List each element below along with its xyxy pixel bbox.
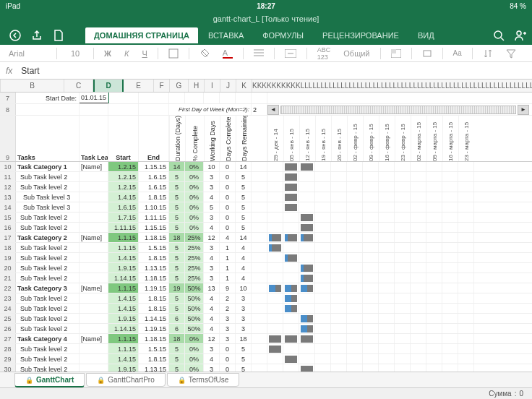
- sheet-tab-GanttChartPro[interactable]: 🔒GanttChartPro: [86, 373, 165, 387]
- end-cell[interactable]: 1.18.15: [139, 334, 169, 343]
- start-cell[interactable]: 1.2.15: [108, 182, 139, 192]
- date-col-1[interactable]: 05 - янв - 15: [283, 116, 299, 161]
- dr-cell[interactable]: 3: [236, 304, 252, 313]
- duration-cell[interactable]: 5: [169, 223, 185, 232]
- task-cell[interactable]: Task Category 4: [16, 334, 80, 343]
- table-row[interactable]: 27Task Category 4[Name]1.1.151.18.15180%…: [0, 334, 532, 344]
- pct-cell[interactable]: 0%: [185, 223, 204, 232]
- font-selector[interactable]: Arial: [6, 48, 49, 59]
- wd-cell[interactable]: 3: [204, 273, 220, 283]
- lead-cell[interactable]: [80, 324, 108, 333]
- dc-cell[interactable]: 3: [220, 324, 236, 333]
- task-cell[interactable]: Sub Task level 3: [16, 202, 80, 212]
- dr-cell[interactable]: 14: [236, 233, 252, 242]
- col-start[interactable]: Start: [108, 116, 139, 161]
- pct-cell[interactable]: 0%: [185, 202, 204, 212]
- date-col-5[interactable]: 02 - февр - 15: [347, 116, 363, 161]
- table-row[interactable]: 21Sub Task level 21.14.151.18.15525%314: [0, 273, 532, 283]
- dc-cell[interactable]: 0: [220, 354, 236, 364]
- lead-cell[interactable]: [80, 202, 108, 212]
- ribbon-tab-2[interactable]: ФОРМУЛЫ: [254, 27, 312, 43]
- wd-cell[interactable]: 12: [204, 233, 220, 242]
- date-col-2[interactable]: 12 - янв - 15: [299, 116, 315, 161]
- col-header-C[interactable]: C: [64, 80, 93, 92]
- end-cell[interactable]: 1.18.15: [139, 233, 169, 242]
- ribbon-tab-3[interactable]: РЕЦЕНЗИРОВАНИЕ: [314, 27, 408, 43]
- end-cell[interactable]: 1.11.15: [139, 213, 169, 222]
- task-cell[interactable]: Sub Task level 2: [16, 324, 80, 333]
- spacer-cell[interactable]: [252, 202, 267, 212]
- pct-cell[interactable]: 25%: [185, 273, 204, 283]
- dr-cell[interactable]: 4: [236, 243, 252, 252]
- ribbon-tab-4[interactable]: ВИД: [409, 27, 443, 43]
- abc-button[interactable]: ABC123: [314, 45, 334, 62]
- end-cell[interactable]: 1.10.15: [139, 202, 169, 212]
- dc-cell[interactable]: 1: [220, 273, 236, 283]
- spacer-cell[interactable]: [252, 354, 267, 364]
- col-wd[interactable]: Working Days: [204, 116, 220, 161]
- scroll-left-button[interactable]: ◄: [267, 105, 279, 115]
- row-number[interactable]: 27: [0, 334, 16, 343]
- lead-cell[interactable]: [80, 354, 108, 364]
- spacer-cell[interactable]: [252, 344, 267, 353]
- ribbon-tab-0[interactable]: ДОМАШНЯЯ СТРАНИЦА: [85, 27, 198, 43]
- end-cell[interactable]: 1.18.15: [139, 273, 169, 283]
- pct-cell[interactable]: 0%: [185, 213, 204, 222]
- end-cell[interactable]: 1.5.15: [139, 243, 169, 252]
- font-color-button[interactable]: A: [220, 47, 236, 60]
- date-col-3[interactable]: 19 - янв - 15: [315, 116, 331, 161]
- lead-cell[interactable]: [80, 223, 108, 232]
- table-row[interactable]: 19Sub Task level 21.4.151.8.15525%414: [0, 253, 532, 263]
- lead-cell[interactable]: [80, 304, 108, 313]
- dr-cell[interactable]: 5: [236, 344, 252, 353]
- spacer-cell[interactable]: [252, 283, 267, 293]
- underline-button[interactable]: Ч: [139, 48, 150, 59]
- row-number[interactable]: 20: [0, 263, 16, 273]
- table-row[interactable]: 10Task Category 1[Name]1.2.151.15.15140%…: [0, 162, 532, 172]
- spacer-cell[interactable]: [252, 293, 267, 303]
- row-number[interactable]: 25: [0, 314, 16, 323]
- task-cell[interactable]: Sub Task level 2: [16, 344, 80, 353]
- wd-cell[interactable]: 10: [204, 162, 220, 171]
- wd-cell[interactable]: 3: [204, 344, 220, 353]
- task-cell[interactable]: Sub Task level 2: [16, 172, 80, 181]
- dc-cell[interactable]: 4: [220, 233, 236, 242]
- duration-cell[interactable]: 5: [169, 202, 185, 212]
- lead-cell[interactable]: [80, 243, 108, 252]
- table-row[interactable]: 26Sub Task level 21.14.151.19.15650%433: [0, 324, 532, 334]
- spacer-cell[interactable]: [252, 233, 267, 242]
- dc-cell[interactable]: 0: [220, 192, 236, 202]
- duration-cell[interactable]: 19: [169, 283, 185, 293]
- dc-cell[interactable]: 0: [220, 223, 236, 232]
- end-cell[interactable]: 1.8.15: [139, 354, 169, 364]
- lead-cell[interactable]: [80, 263, 108, 273]
- insert-cells-button[interactable]: [419, 48, 435, 59]
- wd-cell[interactable]: 12: [204, 334, 220, 343]
- dr-cell[interactable]: 5: [236, 192, 252, 202]
- duration-cell[interactable]: 5: [169, 172, 185, 181]
- row-number[interactable]: 28: [0, 344, 16, 353]
- spacer-cell[interactable]: [252, 213, 267, 222]
- lead-cell[interactable]: [80, 344, 108, 353]
- start-cell[interactable]: 1.11.15: [108, 223, 139, 232]
- spacer-cell[interactable]: [252, 243, 267, 252]
- col-header-K[interactable]: K: [236, 80, 252, 92]
- align-button[interactable]: [251, 48, 267, 59]
- wd-cell[interactable]: 4: [204, 253, 220, 262]
- dr-cell[interactable]: 5: [236, 213, 252, 222]
- end-cell[interactable]: 1.6.15: [139, 182, 169, 192]
- task-cell[interactable]: Task Category 1: [16, 162, 80, 171]
- dc-cell[interactable]: 0: [220, 202, 236, 212]
- lead-cell[interactable]: [80, 182, 108, 192]
- dr-cell[interactable]: 5: [236, 172, 252, 181]
- task-cell[interactable]: Task Category 2: [16, 233, 80, 242]
- wd-cell[interactable]: 3: [204, 213, 220, 222]
- table-row[interactable]: 29Sub Task level 21.4.151.8.1550%405: [0, 354, 532, 364]
- dc-cell[interactable]: 2: [220, 304, 236, 313]
- duration-cell[interactable]: 5: [169, 243, 185, 252]
- row-number[interactable]: 16: [0, 223, 16, 232]
- lead-cell[interactable]: [Name]: [80, 233, 108, 242]
- spacer-cell[interactable]: [252, 172, 267, 181]
- table-row[interactable]: 16Sub Task level 21.11.151.15.1550%405: [0, 223, 532, 233]
- wd-cell[interactable]: 3: [204, 182, 220, 192]
